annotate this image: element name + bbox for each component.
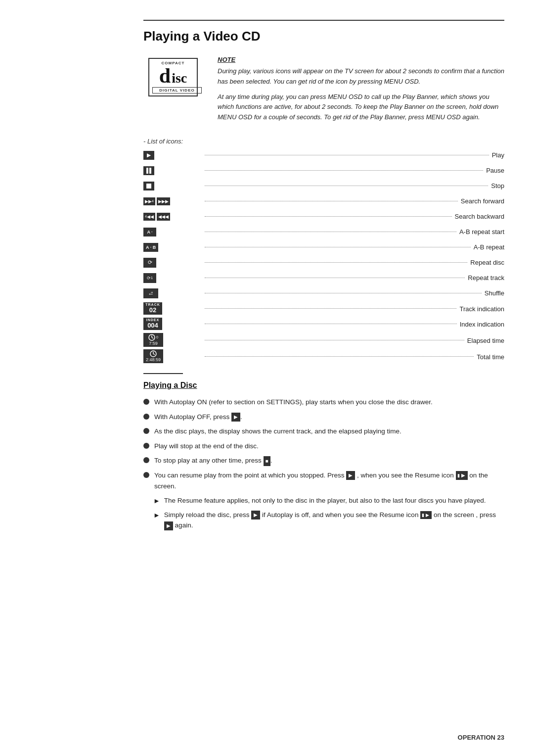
list-item-1: With Autoplay ON (refer to section on SE… bbox=[143, 397, 504, 408]
bullet-content-5: To stop play at any other time, press ■. bbox=[154, 455, 504, 466]
repeat-track-label: Repeat track bbox=[468, 274, 504, 282]
bullet-content-4: Play will stop at the end of the disc. bbox=[154, 441, 504, 452]
disc-logo: d isc bbox=[152, 65, 194, 86]
ab-start-icon: A · bbox=[143, 228, 156, 236]
pause-icon bbox=[143, 166, 154, 175]
list-item-5: To stop play at any other time, press ■. bbox=[143, 455, 504, 466]
rew-lg-icon: ◀◀◀ bbox=[157, 213, 170, 221]
search-forward-icon-cell: ▶▶4 ▶▶▶ bbox=[143, 197, 203, 205]
icon-row-play: ▶ Play bbox=[143, 149, 504, 162]
list-item-2: With Autoplay OFF, press ▶. bbox=[143, 412, 504, 423]
total-time-value: 2:48:59 bbox=[146, 357, 161, 362]
logo-note-row: COMPACT d isc DIGITAL VIDEO NOTE During … bbox=[143, 56, 504, 128]
bullet-4 bbox=[143, 443, 149, 449]
total-indicator: 2:48:59 bbox=[143, 349, 163, 363]
search-backward-icon-cell: 4◀◀ ◀◀◀ bbox=[143, 213, 203, 221]
icon-row-stop: Stop bbox=[143, 180, 504, 192]
inline-play-icon-arrow: ▶ bbox=[251, 511, 260, 520]
play-icon: ▶ bbox=[143, 151, 154, 160]
pause-label: Pause bbox=[486, 167, 504, 174]
track-indicator: TRACK 02 bbox=[143, 302, 162, 315]
inline-stop-icon: ■ bbox=[264, 456, 270, 466]
shuffle-label: Shuffle bbox=[485, 289, 504, 297]
bullet-1 bbox=[143, 399, 149, 405]
bullet-6 bbox=[143, 472, 149, 478]
dots-index bbox=[205, 324, 457, 324]
logo-box: COMPACT d isc DIGITAL VIDEO bbox=[143, 58, 203, 96]
dots-track bbox=[205, 308, 456, 309]
note-section: NOTE During play, various icons will app… bbox=[218, 56, 504, 128]
elapsed-icon-label: 0 bbox=[156, 335, 158, 339]
playing-disc-title: Playing a Disc bbox=[143, 381, 504, 390]
repeat-track-icon: ⟳1 bbox=[143, 273, 156, 283]
elapsed-icon-cell: 0 7:59 bbox=[143, 333, 203, 347]
bullet-3 bbox=[143, 428, 149, 434]
dots-rt bbox=[205, 278, 465, 278]
note-paragraph-2: At any time during play, you can press M… bbox=[218, 92, 504, 123]
total-clock-icon bbox=[150, 350, 157, 357]
elapsed-label: Elapsed time bbox=[467, 337, 504, 344]
inline-play-icon-2: ▶ bbox=[231, 413, 240, 422]
ab-repeat-icon: A · B bbox=[143, 243, 158, 252]
play-label: Play bbox=[492, 151, 504, 159]
dots-play bbox=[205, 155, 489, 155]
list-item-4: Play will stop at the end of the disc. bbox=[143, 441, 504, 452]
index-number: 004 bbox=[147, 322, 158, 330]
stop-icon-cell bbox=[143, 182, 203, 190]
ab-start-label: A-B repeat start bbox=[459, 228, 504, 236]
playing-disc-list: With Autoplay ON (refer to section on SE… bbox=[143, 397, 504, 491]
compact-label: COMPACT bbox=[152, 61, 194, 65]
stop-square bbox=[146, 184, 151, 189]
total-top-row bbox=[150, 350, 157, 357]
note-title: NOTE bbox=[218, 56, 504, 63]
track-top-label: TRACK bbox=[145, 303, 160, 306]
ff-sm-icon: ▶▶4 bbox=[143, 197, 155, 205]
index-indicator: INDEX 004 bbox=[143, 318, 162, 330]
pause-icon-cell bbox=[143, 166, 203, 175]
total-label: Total time bbox=[477, 353, 504, 361]
icon-row-total: 2:48:59 Total time bbox=[143, 349, 504, 363]
icon-row-repeat-track: ⟳1 Repeat track bbox=[143, 272, 504, 284]
dots-sh bbox=[205, 293, 482, 293]
search-backward-label: Search backward bbox=[455, 213, 504, 220]
stop-label: Stop bbox=[491, 182, 504, 189]
section-divider bbox=[143, 373, 183, 374]
icon-row-search-backward: 4◀◀ ◀◀◀ Search backward bbox=[143, 210, 504, 223]
bullet-content-6: You can resume play from the point at wh… bbox=[154, 470, 504, 491]
page-number: OPERATION 23 bbox=[458, 734, 504, 741]
top-divider bbox=[143, 20, 504, 21]
resume-play-2: ▶ bbox=[425, 512, 430, 519]
disc-isc-letters: isc bbox=[172, 71, 187, 86]
search-forward-label: Search forward bbox=[461, 197, 504, 205]
disc-d-letter: d bbox=[159, 65, 171, 86]
list-item-6: You can resume play from the point at wh… bbox=[143, 470, 504, 491]
track-label: Track indication bbox=[459, 305, 504, 313]
index-label: Index indication bbox=[460, 321, 504, 328]
list-item-3: As the disc plays, the display shows the… bbox=[143, 426, 504, 437]
icon-row-track: TRACK 02 Track indication bbox=[143, 302, 504, 315]
dots-rd bbox=[205, 262, 467, 263]
repeat-track-icon-cell: ⟳1 bbox=[143, 273, 203, 283]
stop-icon bbox=[143, 182, 154, 190]
icon-row-ab-repeat: A · B A-B repeat bbox=[143, 241, 504, 254]
dots-abr bbox=[205, 247, 471, 247]
content-area: Playing a Video CD COMPACT d isc DIGITAL… bbox=[143, 0, 504, 531]
icon-row-elapsed: 0 7:59 Elapsed time bbox=[143, 333, 504, 347]
icons-list-section: - List of icons: ▶ Play bbox=[143, 138, 504, 363]
arrow-symbol-1: ► bbox=[153, 495, 160, 506]
bullet-content-2: With Autoplay OFF, press ▶. bbox=[154, 412, 504, 423]
arrow-indent-1: ► The Resume feature applies, not only t… bbox=[153, 495, 504, 506]
dots-pause bbox=[205, 170, 483, 171]
arrow-text-2: Simply reload the disc, press ▶ if Autop… bbox=[164, 510, 504, 531]
dots-sf bbox=[205, 201, 458, 201]
note-text: During play, various icons will appear o… bbox=[218, 66, 504, 123]
list-of-icons-label: - List of icons: bbox=[143, 138, 504, 145]
bullet-content-1: With Autoplay ON (refer to section on SE… bbox=[154, 397, 504, 408]
inline-play-icon-6: ▶ bbox=[346, 471, 355, 480]
pause-bars bbox=[146, 168, 151, 174]
page-container: Playing a Video CD COMPACT d isc DIGITAL… bbox=[0, 0, 534, 756]
arrow-text-1: The Resume feature applies, not only to … bbox=[164, 495, 486, 506]
arrow-symbol-2: ► bbox=[153, 510, 160, 531]
track-number: 02 bbox=[149, 306, 156, 314]
digital-video-label: DIGITAL VIDEO bbox=[152, 87, 202, 94]
